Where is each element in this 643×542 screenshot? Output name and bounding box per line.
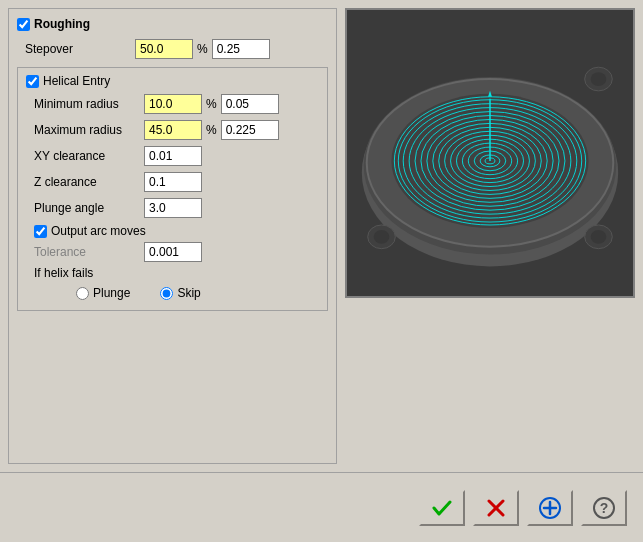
helical-entry-section: Helical Entry Minimum radius % Maximum r… (17, 67, 328, 311)
max-radius-percent-input[interactable] (144, 120, 202, 140)
stepover-row: Stepover 50.0 % 0.25 (17, 39, 328, 59)
svg-point-29 (591, 72, 607, 86)
output-arc-label: Output arc moves (51, 224, 146, 238)
helical-entry-title: Helical Entry (26, 74, 319, 88)
svg-point-27 (591, 230, 607, 244)
svg-point-25 (374, 230, 390, 244)
max-radius-label: Maximum radius (34, 123, 144, 137)
main-container: Roughing Stepover 50.0 % 0.25 Helical En… (0, 0, 643, 542)
plunge-angle-row: Plunge angle (26, 198, 319, 218)
tolerance-input[interactable] (144, 242, 202, 262)
xy-clearance-row: XY clearance (26, 146, 319, 166)
stepover-value-input[interactable]: 0.25 (212, 39, 270, 59)
helical-entry-checkbox[interactable] (26, 75, 39, 88)
min-radius-value-input[interactable] (221, 94, 279, 114)
min-radius-pct: % (206, 97, 217, 111)
tolerance-label: Tolerance (34, 245, 144, 259)
plunge-label: Plunge (93, 286, 130, 300)
svg-text:?: ? (600, 500, 609, 516)
help-button[interactable]: ? (581, 490, 627, 526)
tolerance-row: Tolerance (26, 242, 319, 262)
z-clearance-input[interactable] (144, 172, 202, 192)
min-radius-percent-input[interactable] (144, 94, 202, 114)
help-icon: ? (592, 496, 616, 520)
stepover-percent-input[interactable]: 50.0 (135, 39, 193, 59)
ok-icon (430, 496, 454, 520)
max-radius-pct: % (206, 123, 217, 137)
skip-radio[interactable] (160, 287, 173, 300)
output-arc-checkbox[interactable] (34, 225, 47, 238)
if-helix-label: If helix fails (34, 266, 93, 280)
plunge-angle-input[interactable] (144, 198, 202, 218)
xy-clearance-label: XY clearance (34, 149, 144, 163)
z-clearance-label: Z clearance (34, 175, 144, 189)
helix-fail-options: Plunge Skip (26, 286, 319, 300)
bottom-bar: ? (0, 472, 643, 542)
xy-clearance-input[interactable] (144, 146, 202, 166)
output-arc-row: Output arc moves (26, 224, 319, 238)
if-helix-fails-row: If helix fails (26, 266, 319, 280)
preview-area (345, 8, 635, 298)
max-radius-value-input[interactable] (221, 120, 279, 140)
cancel-icon (484, 496, 508, 520)
z-clearance-row: Z clearance (26, 172, 319, 192)
plunge-option[interactable]: Plunge (76, 286, 130, 300)
min-radius-row: Minimum radius % (26, 94, 319, 114)
roughing-label: Roughing (34, 17, 90, 31)
add-button[interactable] (527, 490, 573, 526)
settings-panel: Roughing Stepover 50.0 % 0.25 Helical En… (8, 8, 337, 464)
stepover-label: Stepover (25, 42, 135, 56)
preview-svg (347, 10, 633, 296)
skip-option[interactable]: Skip (160, 286, 200, 300)
skip-label: Skip (177, 286, 200, 300)
roughing-checkbox[interactable] (17, 18, 30, 31)
plunge-angle-label: Plunge angle (34, 201, 144, 215)
min-radius-label: Minimum radius (34, 97, 144, 111)
roughing-section-title: Roughing (17, 17, 328, 31)
add-icon (538, 496, 562, 520)
cancel-button[interactable] (473, 490, 519, 526)
ok-button[interactable] (419, 490, 465, 526)
content-area: Roughing Stepover 50.0 % 0.25 Helical En… (0, 0, 643, 472)
max-radius-row: Maximum radius % (26, 120, 319, 140)
stepover-pct-label: % (197, 42, 208, 56)
plunge-radio[interactable] (76, 287, 89, 300)
helical-entry-label: Helical Entry (43, 74, 110, 88)
